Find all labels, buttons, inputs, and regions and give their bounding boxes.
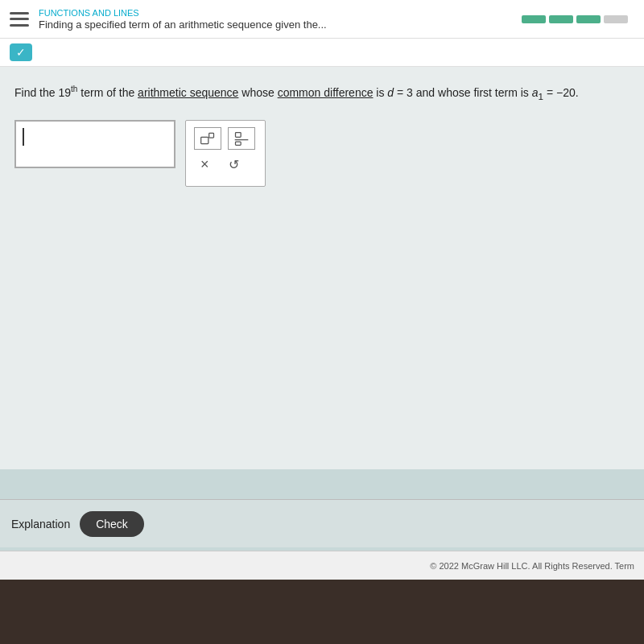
common-difference-link[interactable]: common difference	[278, 86, 374, 99]
svg-rect-4	[236, 142, 242, 145]
svg-rect-1	[209, 133, 214, 138]
progress-seg-4	[604, 15, 628, 23]
fraction-button[interactable]	[228, 127, 255, 150]
math-toolbar: × ↺	[185, 120, 266, 187]
undo-button[interactable]: ↺	[222, 155, 246, 174]
section-label: FUNCTIONS AND LINES	[39, 8, 522, 18]
copyright-bar: © 2022 McGraw Hill LLC. All Rights Reser…	[0, 551, 644, 580]
desk-area	[0, 580, 644, 644]
top-bar-title: FUNCTIONS AND LINES Finding a specified …	[39, 8, 522, 31]
question-mid2: is d = 3 and whose first term is a1 = −2…	[373, 86, 578, 99]
chevron-button[interactable]: ✓	[10, 43, 32, 61]
progress-bars	[522, 15, 628, 23]
math-toolbar-row-2: × ↺	[194, 155, 257, 175]
question-text: Find the 19th term of the arithmetic seq…	[14, 83, 630, 104]
answer-area: × ↺	[14, 120, 630, 187]
progress-seg-2	[549, 15, 573, 23]
check-button[interactable]: Check	[80, 511, 144, 537]
copyright-text: © 2022 McGraw Hill LLC. All Rights Reser…	[430, 561, 634, 571]
explanation-button[interactable]: Explanation	[11, 514, 70, 534]
svg-rect-0	[201, 137, 208, 143]
svg-rect-2	[236, 133, 242, 138]
arithmetic-sequence-link[interactable]: arithmetic sequence	[138, 86, 238, 99]
page-title: Finding a specified term of an arithmeti…	[39, 19, 327, 31]
question-prefix: Find the 19th term of the	[14, 86, 138, 99]
cursor	[23, 128, 24, 146]
hamburger-icon[interactable]	[10, 12, 29, 27]
answer-input-box[interactable]	[14, 120, 175, 168]
superscript-button[interactable]	[194, 127, 221, 150]
subheader: ✓	[0, 39, 644, 67]
math-toolbar-row-1	[194, 127, 257, 150]
delete-button[interactable]: ×	[194, 155, 216, 175]
question-mid1: whose	[238, 86, 277, 99]
bottom-footer: Explanation Check	[0, 499, 644, 547]
progress-seg-3	[576, 15, 601, 23]
top-bar: FUNCTIONS AND LINES Finding a specified …	[0, 0, 644, 39]
main-content: Find the 19th term of the arithmetic seq…	[0, 67, 644, 469]
progress-seg-1	[522, 15, 546, 23]
